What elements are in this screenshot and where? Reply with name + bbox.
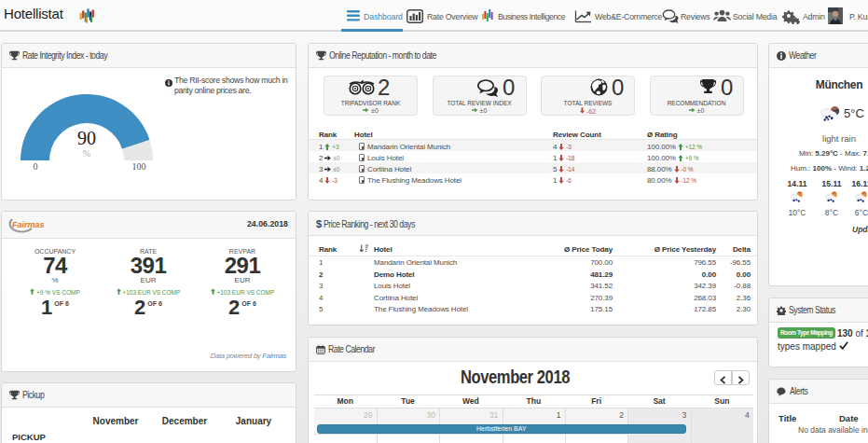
svg-text:Fairmas: Fairmas <box>12 220 45 229</box>
